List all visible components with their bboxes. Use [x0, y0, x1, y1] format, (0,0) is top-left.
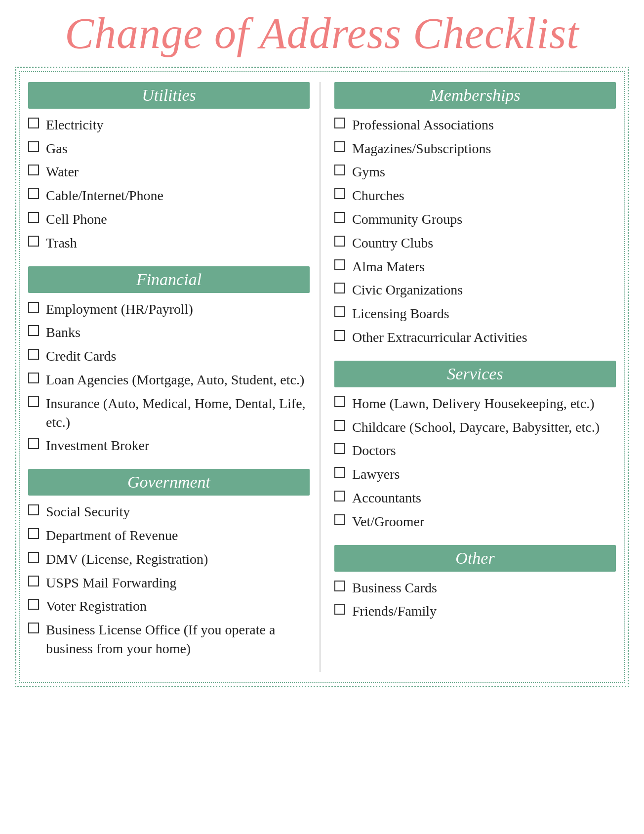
list-item[interactable]: Licensing Boards	[334, 304, 616, 323]
list-item[interactable]: Credit Cards	[28, 347, 310, 366]
list-item[interactable]: Social Security	[28, 502, 310, 521]
list-item[interactable]: Loan Agencies (Mortgage, Auto, Student, …	[28, 371, 310, 389]
checklist-services: Home (Lawn, Delivery Housekeeping, etc.)…	[334, 394, 616, 531]
checkbox[interactable]	[28, 141, 39, 152]
checkbox[interactable]	[28, 118, 39, 128]
item-text: Social Security	[46, 502, 310, 521]
checkbox[interactable]	[28, 552, 39, 563]
checkbox[interactable]	[28, 504, 39, 515]
section-memberships: MembershipsProfessional AssociationsMaga…	[334, 82, 616, 347]
checkbox[interactable]	[334, 212, 345, 223]
list-item[interactable]: Banks	[28, 323, 310, 342]
list-item[interactable]: Trash	[28, 234, 310, 252]
checkbox[interactable]	[28, 396, 39, 407]
list-item[interactable]: Alma Maters	[334, 257, 616, 276]
section-financial: FinancialEmployment (HR/Payroll)BanksCre…	[28, 266, 310, 456]
item-text: Doctors	[352, 441, 616, 460]
checkbox[interactable]	[334, 141, 345, 152]
list-item[interactable]: Accountants	[334, 489, 616, 507]
list-item[interactable]: Investment Broker	[28, 436, 310, 455]
checkbox[interactable]	[334, 443, 345, 454]
list-item[interactable]: Childcare (School, Daycare, Babysitter, …	[334, 418, 616, 437]
checkbox[interactable]	[334, 165, 345, 175]
outer-border: UtilitiesElectricityGasWaterCable/Intern…	[15, 67, 629, 687]
checkbox[interactable]	[28, 623, 39, 633]
checkbox[interactable]	[334, 330, 345, 341]
left-column: UtilitiesElectricityGasWaterCable/Intern…	[28, 82, 321, 672]
checkbox[interactable]	[334, 283, 345, 293]
checkbox[interactable]	[28, 212, 39, 223]
list-item[interactable]: Gyms	[334, 163, 616, 181]
list-item[interactable]: Magazines/Subscriptions	[334, 139, 616, 158]
section-services: ServicesHome (Lawn, Delivery Housekeepin…	[334, 361, 616, 531]
checkbox[interactable]	[334, 236, 345, 247]
checkbox[interactable]	[28, 576, 39, 586]
item-text: DMV (License, Registration)	[46, 550, 310, 569]
list-item[interactable]: Business Cards	[334, 579, 616, 597]
list-item[interactable]: Insurance (Auto, Medical, Home, Dental, …	[28, 394, 310, 432]
list-item[interactable]: Friends/Family	[334, 602, 616, 621]
checkbox[interactable]	[28, 165, 39, 175]
checkbox[interactable]	[28, 599, 39, 610]
list-item[interactable]: Cable/Internet/Phone	[28, 186, 310, 205]
list-item[interactable]: DMV (License, Registration)	[28, 550, 310, 569]
item-text: Country Clubs	[352, 234, 616, 252]
list-item[interactable]: Employment (HR/Payroll)	[28, 300, 310, 319]
checkbox[interactable]	[28, 349, 39, 360]
checkbox[interactable]	[28, 302, 39, 313]
item-text: Employment (HR/Payroll)	[46, 300, 310, 319]
checkbox[interactable]	[334, 467, 345, 478]
checkbox[interactable]	[28, 325, 39, 336]
list-item[interactable]: Community Groups	[334, 210, 616, 229]
list-item[interactable]: Business License Office (If you operate …	[28, 621, 310, 658]
checklist-other: Business CardsFriends/Family	[334, 579, 616, 621]
checkbox[interactable]	[334, 396, 345, 407]
list-item[interactable]: Voter Registration	[28, 597, 310, 616]
page-title: Change of Address Checklist	[65, 10, 579, 58]
item-text: Cable/Internet/Phone	[46, 186, 310, 205]
list-item[interactable]: Vet/Groomer	[334, 512, 616, 531]
checkbox[interactable]	[28, 188, 39, 199]
checkbox[interactable]	[334, 514, 345, 525]
checkbox[interactable]	[334, 188, 345, 199]
list-item[interactable]: Gas	[28, 139, 310, 158]
item-text: Credit Cards	[46, 347, 310, 366]
section-other: OtherBusiness CardsFriends/Family	[334, 545, 616, 621]
list-item[interactable]: Other Extracurricular Activities	[334, 328, 616, 347]
list-item[interactable]: Cell Phone	[28, 210, 310, 229]
item-text: Loan Agencies (Mortgage, Auto, Student, …	[46, 371, 310, 389]
item-text: Water	[46, 163, 310, 181]
list-item[interactable]: Department of Revenue	[28, 526, 310, 545]
checklist-memberships: Professional AssociationsMagazines/Subsc…	[334, 116, 616, 347]
list-item[interactable]: Lawyers	[334, 465, 616, 484]
checkbox[interactable]	[334, 581, 345, 591]
checkbox[interactable]	[28, 528, 39, 539]
checkbox[interactable]	[28, 438, 39, 449]
checkbox[interactable]	[334, 259, 345, 270]
section-header-other: Other	[334, 545, 616, 572]
section-header-financial: Financial	[28, 266, 310, 293]
list-item[interactable]: Professional Associations	[334, 116, 616, 134]
section-government: GovernmentSocial SecurityDepartment of R…	[28, 469, 310, 658]
checkbox[interactable]	[334, 420, 345, 431]
list-item[interactable]: USPS Mail Forwarding	[28, 574, 310, 592]
list-item[interactable]: Electricity	[28, 116, 310, 134]
checkbox[interactable]	[28, 236, 39, 247]
list-item[interactable]: Country Clubs	[334, 234, 616, 252]
item-text: Churches	[352, 186, 616, 205]
list-item[interactable]: Water	[28, 163, 310, 181]
section-header-government: Government	[28, 469, 310, 496]
item-text: Friends/Family	[352, 602, 616, 621]
checkbox[interactable]	[334, 604, 345, 615]
list-item[interactable]: Civic Organizations	[334, 281, 616, 299]
section-header-utilities: Utilities	[28, 82, 310, 109]
checkbox[interactable]	[334, 491, 345, 501]
checkbox[interactable]	[334, 306, 345, 317]
checkbox[interactable]	[334, 118, 345, 128]
list-item[interactable]: Doctors	[334, 441, 616, 460]
list-item[interactable]: Churches	[334, 186, 616, 205]
list-item[interactable]: Home (Lawn, Delivery Housekeeping, etc.)	[334, 394, 616, 413]
checkbox[interactable]	[28, 373, 39, 383]
item-text: Childcare (School, Daycare, Babysitter, …	[352, 418, 616, 437]
item-text: Professional Associations	[352, 116, 616, 134]
